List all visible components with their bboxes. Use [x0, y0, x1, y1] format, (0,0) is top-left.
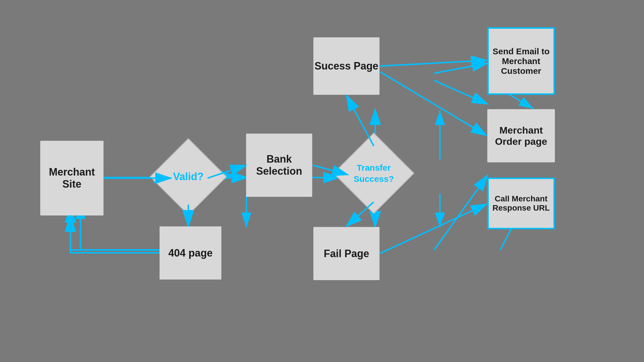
merchant-order-box: MerchantOrder page [487, 109, 555, 162]
call-merchant-box: Call MerchantResponse URL [487, 178, 555, 229]
success-page-box: Sucess Page [313, 37, 379, 95]
send-email-box: Send Email toMerchantCustomer [487, 27, 555, 95]
svg-line-28 [380, 60, 487, 66]
svg-line-19 [434, 80, 488, 104]
svg-line-20 [434, 175, 488, 250]
transfer-diamond-container: TransferSuccess? [336, 134, 411, 212]
valid-diamond-container: Valid? [155, 138, 221, 215]
svg-line-29 [380, 72, 487, 136]
flowchart-container: MerchantSite Valid? BankSelection Transf… [0, 0, 644, 362]
transfer-label: TransferSuccess? [354, 162, 394, 184]
bank-selection-box: BankSelection [246, 134, 312, 197]
svg-line-18 [434, 63, 488, 73]
valid-label: Valid? [173, 171, 204, 183]
fail-page-box: Fail Page [313, 227, 379, 280]
merchant-site-box: MerchantSite [40, 141, 103, 215]
page-404-box: 404 page [160, 226, 221, 280]
